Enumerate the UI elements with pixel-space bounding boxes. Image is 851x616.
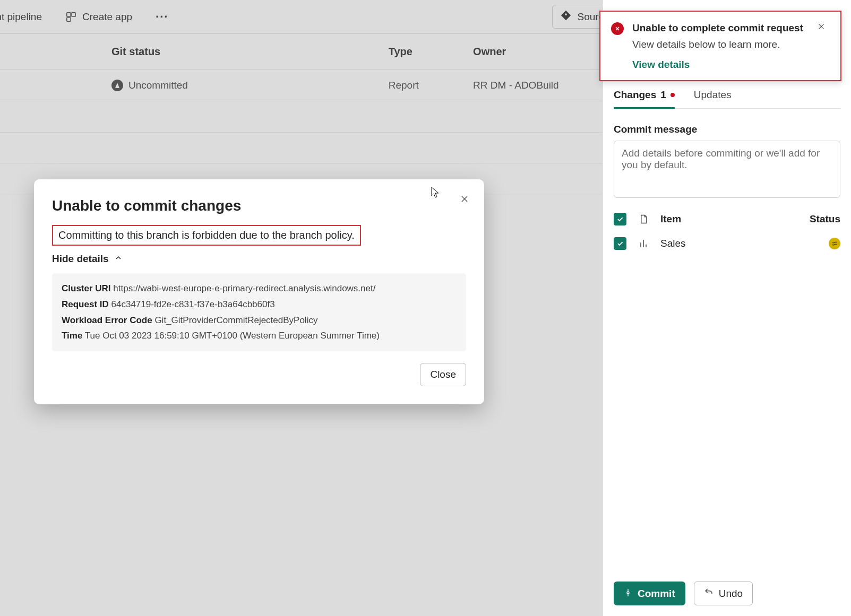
col-header-status: Status — [803, 213, 840, 225]
modal-close-button[interactable] — [457, 191, 472, 207]
sc-tabs: Changes 1 Updates — [614, 84, 840, 109]
commit-message-input[interactable]: Add details before commiting or we'll ad… — [614, 141, 840, 198]
modal-close-footer-button[interactable]: Close — [420, 363, 466, 386]
error-modal: Unable to commit changes Committing to t… — [34, 179, 484, 404]
source-control-panel: Source control main — [603, 0, 851, 616]
changes-item[interactable]: Sales — [614, 237, 840, 250]
modal-close-label: Close — [430, 369, 456, 380]
tab-changes-count: 1 — [660, 89, 666, 101]
toast-title: Unable to complete commit request — [632, 21, 809, 36]
col-header-item: Item — [660, 213, 793, 225]
error-toast: Unable to complete commit request View d… — [599, 11, 841, 81]
tab-updates[interactable]: Updates — [694, 84, 732, 108]
file-icon — [637, 213, 650, 225]
commit-message-placeholder: Add details before commiting or we'll ad… — [622, 148, 820, 170]
toast-subtitle: View details below to learn more. — [632, 39, 809, 50]
undo-button[interactable]: Undo — [694, 582, 753, 605]
tab-changes[interactable]: Changes 1 — [614, 84, 675, 108]
modal-message: Committing to this branch is forbidden d… — [52, 225, 361, 246]
changes-header: Item Status — [614, 213, 840, 225]
error-icon — [611, 22, 624, 35]
toast-close-button[interactable] — [817, 21, 830, 71]
detail-key-errcode: Workload Error Code — [62, 315, 152, 325]
commit-icon — [624, 588, 632, 600]
toggle-details-label: Hide details — [52, 253, 109, 265]
detail-val-errcode: Git_GitProviderCommitRejectedByPolicy — [154, 315, 317, 325]
report-icon — [637, 238, 650, 249]
item-name: Sales — [660, 238, 793, 249]
changes-indicator-dot — [671, 93, 675, 97]
toast-view-details-link[interactable]: View details — [632, 59, 809, 71]
select-all-checkbox[interactable] — [614, 213, 626, 225]
undo-icon — [704, 587, 714, 600]
svg-point-9 — [627, 592, 629, 594]
detail-key-time: Time — [62, 331, 82, 341]
detail-val-request: 64c34719-fd2e-c831-f37e-b3a64cbb60f3 — [111, 299, 275, 309]
detail-key-request: Request ID — [62, 299, 109, 309]
modal-details: Cluster URI https://wabi-west-europe-e-p… — [52, 273, 466, 351]
item-checkbox[interactable] — [614, 237, 626, 250]
undo-button-label: Undo — [719, 588, 743, 600]
commit-button-label: Commit — [638, 588, 675, 600]
tab-updates-label: Updates — [694, 89, 732, 101]
commit-button[interactable]: Commit — [614, 582, 685, 605]
modal-title: Unable to commit changes — [52, 197, 466, 214]
detail-key-cluster: Cluster URI — [62, 283, 111, 293]
tab-changes-label: Changes — [614, 89, 656, 101]
detail-val-time: Tue Oct 03 2023 16:59:10 GMT+0100 (Weste… — [85, 331, 380, 341]
item-status-badge — [829, 238, 840, 249]
commit-message-label: Commit message — [614, 124, 840, 135]
toggle-details-button[interactable]: Hide details — [52, 253, 466, 265]
chevron-up-icon — [114, 253, 123, 265]
detail-val-cluster: https://wabi-west-europe-e-primary-redir… — [113, 283, 375, 293]
